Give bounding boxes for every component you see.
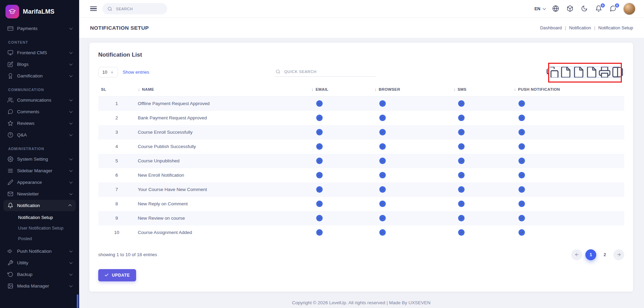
enabled-check-icon[interactable] (458, 158, 465, 164)
moon-icon[interactable] (581, 5, 588, 13)
enabled-check-icon[interactable] (316, 129, 323, 135)
enabled-check-icon[interactable] (316, 100, 323, 107)
sidebar-item-communications[interactable]: Communications (3, 94, 76, 106)
chevron-up-icon (68, 204, 72, 208)
brand[interactable]: MarifaLMS (0, 0, 79, 22)
enabled-check-icon[interactable] (379, 201, 386, 207)
language-selector[interactable]: EN (535, 6, 545, 11)
globe-icon[interactable] (552, 5, 559, 13)
enabled-check-icon[interactable] (379, 186, 386, 193)
messages-icon[interactable]: 0 (609, 5, 617, 13)
sidebar-item-payments[interactable]: Payments (3, 23, 76, 34)
menu-toggle-icon[interactable] (90, 6, 97, 11)
pagination-next-button[interactable] (613, 249, 624, 260)
enabled-check-icon[interactable] (518, 158, 525, 164)
chevron-down-icon (69, 74, 73, 77)
enabled-check-icon[interactable] (518, 129, 525, 135)
sidebar-item-media-manager[interactable]: Media Manager (3, 280, 76, 292)
column-header-push[interactable]: ↓PUSH NOTIFICATION (511, 83, 624, 97)
sidebar-scrollbar-thumb[interactable] (77, 294, 78, 308)
sidebar-item-newsletter[interactable]: Newsletter (3, 188, 76, 200)
breadcrumb-item[interactable]: Notification Setup (598, 25, 633, 30)
enabled-check-icon[interactable] (458, 215, 465, 221)
enabled-check-icon[interactable] (316, 115, 323, 121)
enabled-check-icon[interactable] (458, 172, 465, 178)
enabled-check-icon[interactable] (518, 143, 525, 150)
entries-select[interactable]: 10 (98, 67, 118, 77)
cell-sl: 8 (98, 197, 135, 211)
enabled-check-icon[interactable] (379, 100, 386, 107)
enabled-check-icon[interactable] (379, 129, 386, 135)
file-excel-button[interactable] (572, 67, 585, 77)
pagination-prev-button[interactable] (571, 249, 582, 260)
sidebar-subitem-notification-setup[interactable]: Notification Setup (0, 212, 79, 223)
printer-button[interactable] (598, 67, 611, 77)
sidebar-item-system-setting[interactable]: System Setting (3, 153, 76, 165)
sidebar-item-backup[interactable]: Backup (3, 269, 76, 280)
sidebar-item-sidebar-manager[interactable]: Sidebar Manager (3, 165, 76, 176)
enabled-check-icon[interactable] (518, 229, 525, 236)
sidebar-item-comments[interactable]: Comments (3, 106, 76, 117)
enabled-check-icon[interactable] (458, 143, 465, 150)
sidebar-item-qa[interactable]: Q&A (3, 129, 76, 141)
quick-search-input[interactable] (283, 69, 375, 74)
copy-button[interactable] (546, 67, 559, 77)
enabled-check-icon[interactable] (379, 115, 386, 121)
global-search-input[interactable] (115, 6, 162, 11)
enabled-check-icon[interactable] (379, 215, 386, 221)
sidebar-item-utility[interactable]: Utility (3, 257, 76, 268)
sidebar-item-reviews[interactable]: Reviews (3, 118, 76, 129)
pen-icon (8, 179, 13, 185)
enabled-check-icon[interactable] (316, 201, 323, 207)
column-header-name[interactable]: ↓NAME (135, 83, 309, 97)
sidebar-subitem-user-notification-setup[interactable]: User Notification Setup (0, 223, 79, 233)
column-header-sms[interactable]: ↓SMS (451, 83, 511, 97)
sidebar-item-appearance[interactable]: Appearance (3, 177, 76, 188)
box-icon[interactable] (566, 5, 574, 13)
enabled-check-icon[interactable] (518, 215, 525, 221)
enabled-check-icon[interactable] (316, 158, 323, 164)
user-avatar[interactable] (624, 3, 635, 15)
enabled-check-icon[interactable] (379, 172, 386, 178)
enabled-check-icon[interactable] (518, 100, 525, 107)
cell-name: New Reply on Comment (135, 197, 309, 211)
enabled-check-icon[interactable] (379, 158, 386, 164)
enabled-check-icon[interactable] (518, 201, 525, 207)
enabled-check-icon[interactable] (518, 172, 525, 178)
sidebar-item-blogs[interactable]: Blogs (3, 59, 76, 70)
pagination-page-2[interactable]: 2 (599, 249, 610, 260)
enabled-check-icon[interactable] (458, 100, 465, 107)
breadcrumb-item[interactable]: Dashboard (540, 25, 562, 30)
breadcrumb-item[interactable]: Notification (569, 25, 591, 30)
enabled-check-icon[interactable] (316, 229, 323, 236)
pagination-page-1[interactable]: 1 (585, 249, 596, 260)
update-button[interactable]: UPDATE (98, 269, 136, 281)
cell-push (511, 225, 624, 240)
enabled-check-icon[interactable] (458, 201, 465, 207)
file-csv-button[interactable] (559, 67, 572, 77)
column-header-browser[interactable]: ↓BROWSER (372, 83, 451, 97)
enabled-check-icon[interactable] (518, 186, 525, 193)
enabled-check-icon[interactable] (316, 172, 323, 178)
enabled-check-icon[interactable] (316, 143, 323, 150)
sidebar-item-frontend-cms[interactable]: Frontend CMS (3, 47, 76, 58)
sidebar-subitem-posted[interactable]: Posted (0, 233, 79, 244)
sidebar-item-push-notification[interactable]: Push Notification (3, 246, 76, 257)
enabled-check-icon[interactable] (458, 129, 465, 135)
sidebar-item-gamification[interactable]: Gamification (3, 70, 76, 82)
globe-icon (552, 5, 559, 12)
enabled-check-icon[interactable] (458, 115, 465, 121)
enabled-check-icon[interactable] (316, 186, 323, 193)
column-header-email[interactable]: ↓EMAIL (309, 83, 372, 97)
enabled-check-icon[interactable] (379, 229, 386, 236)
enabled-check-icon[interactable] (518, 115, 525, 121)
bell-icon[interactable]: 0 (595, 5, 602, 13)
enabled-check-icon[interactable] (316, 215, 323, 221)
notification-count-badge: 0 (614, 3, 620, 8)
enabled-check-icon[interactable] (458, 186, 465, 193)
enabled-check-icon[interactable] (379, 143, 386, 150)
sidebar-item-notification[interactable]: Notification (3, 200, 76, 211)
columns-button[interactable] (611, 67, 624, 77)
file-pdf-button[interactable] (585, 67, 598, 77)
enabled-check-icon[interactable] (458, 229, 465, 236)
